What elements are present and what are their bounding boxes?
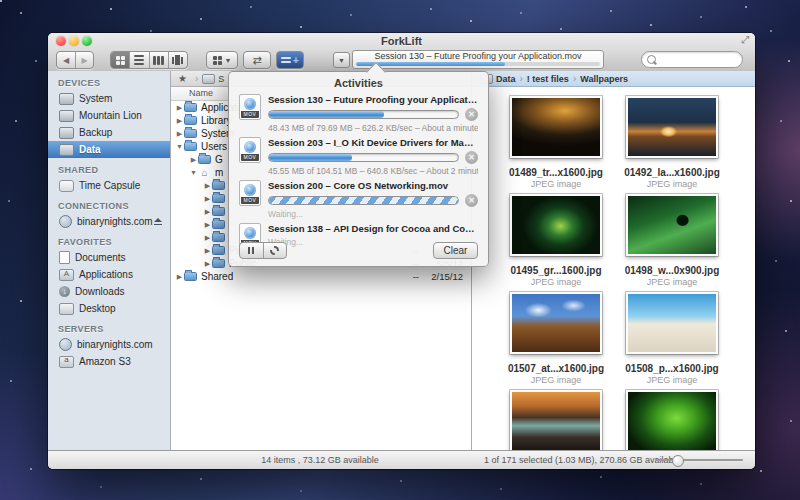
- sidebar-item-downloads[interactable]: Downloads: [48, 283, 170, 300]
- disclosure-triangle-icon[interactable]: ▶: [203, 182, 212, 190]
- sidebar-item-binarynights-connection[interactable]: binarynights.com: [48, 213, 170, 230]
- activity-progress-bar: [268, 110, 459, 119]
- file-name: 01508_p...x1600.jpg: [625, 363, 718, 374]
- file-item[interactable]: 01508_p...x1600.jpgJPEG image: [614, 292, 730, 390]
- left-pane-status: 14 items , 73.12 GB available: [170, 451, 470, 469]
- image-thumbnail[interactable]: [510, 194, 602, 256]
- disclosure-triangle-icon[interactable]: ▶: [175, 104, 184, 112]
- icon-view-button[interactable]: [111, 52, 130, 68]
- file-item[interactable]: 01498_w...0x900.jpgJPEG image: [614, 194, 730, 292]
- thumbnail-size-slider[interactable]: [655, 459, 743, 461]
- sidebar-item-applications[interactable]: Applications: [48, 266, 170, 283]
- breadcrumb-wallpapers[interactable]: Wallpapers: [580, 74, 628, 84]
- folder-icon: [184, 272, 197, 281]
- disclosure-triangle-icon[interactable]: ▶: [203, 234, 212, 242]
- column-view-icon: [153, 56, 164, 65]
- cancel-icon[interactable]: ✕: [465, 151, 478, 164]
- activity-item[interactable]: MOV Session 203 – I_O Kit Device Drivers…: [239, 137, 478, 176]
- file-item[interactable]: 01489_tr...x1600.jpgJPEG image: [498, 96, 614, 194]
- sidebar-item-documents[interactable]: Documents: [48, 249, 170, 266]
- file-kind: JPEG image: [647, 277, 698, 287]
- search-field[interactable]: [641, 51, 743, 68]
- image-thumbnail[interactable]: [510, 292, 602, 354]
- image-thumbnail[interactable]: [626, 194, 718, 256]
- sidebar-item-amazon-s3[interactable]: Amazon S3: [48, 353, 170, 370]
- image-thumbnail[interactable]: [626, 390, 718, 451]
- image-thumbnail[interactable]: [510, 96, 602, 158]
- image-thumbnail[interactable]: [626, 96, 718, 158]
- sidebar-item-mountain-lion[interactable]: Mountain Lion: [48, 107, 170, 124]
- slider-knob[interactable]: [672, 455, 684, 467]
- back-button[interactable]: ◀: [57, 52, 76, 68]
- file-grid: 01489_tr...x1600.jpgJPEG image 01492_la.…: [472, 86, 755, 451]
- home-icon: ⌂: [198, 168, 211, 177]
- globe-icon: [59, 215, 72, 228]
- file-name: Library: [201, 115, 232, 126]
- sidebar-item-time-capsule[interactable]: Time Capsule: [48, 177, 170, 194]
- settings-button[interactable]: [264, 243, 287, 258]
- breadcrumb-test-files[interactable]: ! test files: [527, 74, 569, 84]
- window-chrome: ForkLift ⤢ ◀ ▶ ▼ ⇄: [48, 33, 755, 72]
- resize-icon[interactable]: ⤢: [741, 34, 749, 46]
- right-path-bar[interactable]: Data › ! test files › Wallpapers: [472, 71, 755, 87]
- sidebar-section-servers: SERVERS: [48, 324, 170, 334]
- folder-icon: [184, 142, 197, 151]
- favorites-star-icon[interactable]: ★: [178, 73, 187, 84]
- disclosure-triangle-icon[interactable]: ▼: [175, 143, 184, 150]
- file-kind: JPEG image: [531, 277, 582, 287]
- disclosure-triangle-icon[interactable]: ▶: [203, 208, 212, 216]
- activity-name: Session 200 – Core OS Networking.mov: [268, 180, 478, 192]
- activities-disclosure-button[interactable]: ▼: [333, 52, 350, 68]
- coverflow-view-button[interactable]: [169, 52, 187, 68]
- breadcrumb-data[interactable]: Data: [496, 74, 516, 84]
- transfer-progress-track: [356, 62, 600, 66]
- file-name: 01498_w...0x900.jpg: [625, 265, 720, 276]
- disclosure-triangle-icon[interactable]: ▶: [203, 247, 212, 255]
- file-item[interactable]: 01492_la...x1600.jpgJPEG image: [614, 96, 730, 194]
- file-size: --: [413, 271, 419, 282]
- image-thumbnail[interactable]: [626, 292, 718, 354]
- disclosure-triangle-icon[interactable]: ▼: [189, 169, 198, 176]
- disclosure-triangle-icon[interactable]: ▶: [175, 273, 184, 281]
- disclosure-triangle-icon[interactable]: ▶: [203, 260, 212, 268]
- sidebar-item-desktop[interactable]: Desktop: [48, 300, 170, 317]
- image-thumbnail[interactable]: [510, 390, 602, 451]
- sidebar-item-label: Time Capsule: [79, 180, 140, 191]
- disclosure-triangle-icon[interactable]: ▶: [189, 156, 198, 164]
- file-kind: JPEG image: [531, 179, 582, 189]
- column-view-button[interactable]: [150, 52, 169, 68]
- disclosure-triangle-icon[interactable]: ▶: [175, 117, 184, 125]
- file-item[interactable]: 01495_gr...1600.jpgJPEG image: [498, 194, 614, 292]
- disclosure-triangle-icon[interactable]: ▶: [203, 221, 212, 229]
- sidebar-item-system[interactable]: System: [48, 90, 170, 107]
- pause-button[interactable]: [240, 243, 264, 258]
- folder-icon: [184, 116, 197, 125]
- sidebar-item-data[interactable]: Data: [48, 141, 170, 158]
- search-input[interactable]: [659, 54, 733, 66]
- activities-popover: Activities MOV Session 130 – Future Proo…: [228, 71, 489, 267]
- clear-button[interactable]: Clear: [433, 242, 478, 259]
- arrange-button[interactable]: ▼: [206, 51, 238, 69]
- disclosure-triangle-icon[interactable]: ▶: [203, 195, 212, 203]
- list-view-button[interactable]: [130, 52, 149, 68]
- transfers-button[interactable]: +: [276, 51, 304, 69]
- activity-item[interactable]: MOV Session 200 – Core OS Networking.mov…: [239, 180, 478, 219]
- disclosure-triangle-icon[interactable]: ▶: [175, 130, 184, 138]
- file-item[interactable]: 01507_at...x1600.jpgJPEG image: [498, 292, 614, 390]
- file-item[interactable]: [498, 390, 614, 451]
- titlebar[interactable]: ForkLift ⤢: [48, 33, 755, 48]
- tree-row[interactable]: ▶Shared--2/15/12: [171, 270, 471, 283]
- applications-icon: [59, 269, 74, 281]
- right-file-pane: Data › ! test files › Wallpapers 01489_t…: [472, 71, 755, 451]
- sidebar-item-binarynights-server[interactable]: binarynights.com: [48, 336, 170, 353]
- activity-item[interactable]: MOV Session 130 – Future Proofing your A…: [239, 94, 478, 133]
- breadcrumb[interactable]: S: [218, 74, 224, 84]
- cancel-icon[interactable]: ✕: [465, 194, 478, 207]
- sync-button[interactable]: ⇄: [243, 51, 271, 69]
- eject-icon[interactable]: [154, 218, 162, 226]
- sidebar-item-backup[interactable]: Backup: [48, 124, 170, 141]
- transfer-progress-widget[interactable]: Session 130 – Future Proofing your Appli…: [352, 50, 604, 69]
- file-item[interactable]: [614, 390, 730, 451]
- cancel-icon[interactable]: ✕: [465, 108, 478, 121]
- forward-button[interactable]: ▶: [76, 52, 93, 68]
